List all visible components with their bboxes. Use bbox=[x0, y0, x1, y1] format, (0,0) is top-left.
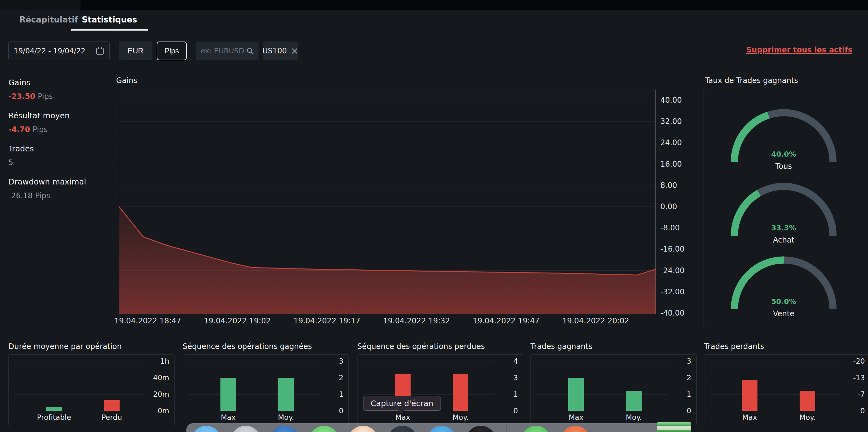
date-range-value: 19/04/22 - 19/04/22 bbox=[14, 47, 86, 55]
duration-chart-title: Durée moyenne par opération bbox=[8, 342, 122, 351]
category-label: Profitable bbox=[29, 413, 79, 422]
stat-label: Drawdown maximal bbox=[8, 177, 105, 186]
gauge-percent: 50.0% bbox=[727, 298, 840, 306]
bar-perdu bbox=[104, 400, 120, 411]
winrate-gauges-panel: 40.0% Tous 33.3% Achat 50.0% Vente bbox=[703, 89, 864, 328]
search-placeholder: ex: EURUSD bbox=[201, 47, 244, 55]
gains-line-chart bbox=[119, 90, 656, 314]
window-top-strip bbox=[0, 0, 868, 10]
gains-x-axis: 19.04.2022 18:4719.04.2022 19:0219.04.20… bbox=[119, 316, 656, 329]
stat-drawdown: Drawdown maximal -26.18Pips bbox=[8, 174, 105, 207]
y-axis-tick: 32.00 bbox=[660, 117, 682, 126]
gauge-percent: 40.0% bbox=[727, 150, 840, 158]
duration-chart: 1h40m20m0mProfitablePerdu bbox=[8, 354, 175, 426]
mini-grid-line bbox=[536, 378, 667, 378]
x-axis-tick: 19.04.2022 19:47 bbox=[473, 316, 539, 325]
y-axis-tick: -16.00 bbox=[660, 244, 684, 254]
mini-grid-line bbox=[536, 411, 667, 411]
mini-grid-line bbox=[363, 394, 494, 395]
mini-axis-tick: 1 bbox=[666, 390, 691, 399]
mini-axis-tick: 0 bbox=[493, 406, 518, 415]
trading-statistics-app: Récapitulatif Statistiques 19/04/22 - 19… bbox=[0, 0, 868, 432]
tab-statistiques[interactable]: Statistiques bbox=[71, 10, 148, 31]
y-axis-tick: 24.00 bbox=[660, 138, 682, 147]
stat-value: -26.18 bbox=[8, 191, 32, 200]
bar-moy bbox=[626, 391, 642, 411]
asset-chip-us100[interactable]: US100 × bbox=[263, 41, 298, 60]
category-label: Moy. bbox=[436, 413, 486, 422]
loss-sequence-chart: 4310MaxMoy. bbox=[357, 354, 523, 426]
y-axis-tick: -8.00 bbox=[660, 223, 680, 233]
stat-value: -4.70 bbox=[8, 125, 30, 134]
gains-y-axis: 40.0032.0024.0016.008.000.00-8.00-16.00-… bbox=[660, 90, 701, 314]
losing-trades-chart-title: Trades perdants bbox=[704, 342, 764, 351]
mini-axis-tick: -7 bbox=[840, 390, 865, 399]
summary-stats: Gains -23.50Pips Résultat moyen -4.70Pip… bbox=[8, 75, 105, 207]
mini-grid-line bbox=[363, 378, 494, 378]
mini-axis-tick: 1h bbox=[144, 357, 169, 366]
stat-trades: Trades 5 bbox=[8, 141, 105, 174]
asset-search-input[interactable]: ex: EURUSD bbox=[196, 41, 258, 60]
window-top-strip-left bbox=[0, 0, 81, 10]
winning-trades-chart: 3210MaxMoy. bbox=[530, 354, 696, 426]
date-range-input[interactable]: 19/04/22 - 19/04/22 bbox=[8, 41, 110, 60]
mini-grid-line bbox=[14, 361, 145, 362]
mini-axis-tick: 40m bbox=[144, 373, 169, 382]
category-label: Moy. bbox=[609, 413, 659, 422]
category-label: Max bbox=[203, 413, 253, 422]
mini-axis-tick: -20 bbox=[840, 357, 865, 366]
y-axis-tick: 8.00 bbox=[660, 181, 677, 190]
money-stack-image bbox=[657, 422, 691, 432]
y-axis-tick: 0.00 bbox=[660, 202, 677, 211]
mini-grid-line bbox=[189, 411, 319, 411]
search-icon[interactable] bbox=[246, 47, 254, 55]
calendar-icon bbox=[96, 47, 104, 55]
bar-moy bbox=[800, 391, 815, 411]
currency-button[interactable]: EUR bbox=[119, 41, 152, 60]
winrate-panel-title: Taux de Trades gagnants bbox=[705, 76, 798, 85]
screenshot-tooltip: Capture d'écran bbox=[363, 396, 441, 411]
mini-grid-line bbox=[710, 361, 840, 362]
mini-grid-line bbox=[14, 378, 145, 378]
dock-divider bbox=[506, 425, 507, 432]
mini-axis-tick: 2 bbox=[318, 373, 343, 382]
category-label: Moy. bbox=[261, 413, 311, 422]
bar-max bbox=[220, 378, 236, 411]
stat-label: Trades bbox=[8, 144, 105, 153]
unit-pips-button[interactable]: Pips bbox=[157, 41, 187, 60]
tooltip-text: Capture d'écran bbox=[371, 399, 433, 408]
asset-chip-label: US100 bbox=[262, 47, 287, 55]
mini-grid-line bbox=[14, 411, 145, 411]
winning-trades-chart-title: Trades gagnants bbox=[530, 342, 592, 351]
stat-unit: Pips bbox=[38, 92, 53, 101]
win-sequence-chart: 3210MaxMoy. bbox=[183, 354, 349, 426]
chip-close-icon[interactable]: × bbox=[291, 46, 299, 56]
mini-grid-line bbox=[363, 411, 494, 411]
mini-grid-line bbox=[536, 394, 667, 395]
mini-axis-tick: 0m bbox=[144, 406, 169, 415]
tab-bar: Récapitulatif Statistiques bbox=[0, 10, 868, 31]
mini-axis-tick: 3 bbox=[493, 373, 518, 382]
win-sequence-chart-title: Séquence des opérations gagnées bbox=[183, 342, 312, 351]
stat-value: -23.50 bbox=[8, 92, 35, 101]
category-label: Perdu bbox=[87, 413, 137, 422]
gauge-achat: 33.3% Achat bbox=[727, 177, 840, 248]
mini-axis-tick: 0 bbox=[840, 406, 865, 415]
mini-grid-line bbox=[189, 361, 319, 362]
mini-axis-tick: 1 bbox=[318, 390, 343, 399]
y-axis-tick: -24.00 bbox=[660, 266, 684, 275]
gauge-label: Tous bbox=[727, 162, 840, 171]
x-axis-tick: 19.04.2022 19:17 bbox=[293, 316, 360, 325]
x-axis-tick: 19.04.2022 18:47 bbox=[114, 316, 181, 325]
x-axis-tick: 19.04.2022 20:02 bbox=[562, 316, 629, 325]
gauge-label: Vente bbox=[727, 309, 840, 318]
gauge-vente: 50.0% Vente bbox=[727, 251, 840, 322]
mini-grid-line bbox=[189, 378, 319, 378]
y-axis-tick: 16.00 bbox=[660, 159, 682, 169]
mini-axis-tick: 0 bbox=[666, 406, 691, 415]
mini-axis-tick: 2 bbox=[666, 373, 691, 382]
stat-label: Gains bbox=[8, 78, 105, 87]
x-axis-tick: 19.04.2022 19:02 bbox=[204, 316, 271, 325]
mini-axis-tick: 3 bbox=[318, 357, 343, 366]
clear-all-assets-link[interactable]: Supprimer tous les actifs bbox=[746, 45, 852, 54]
